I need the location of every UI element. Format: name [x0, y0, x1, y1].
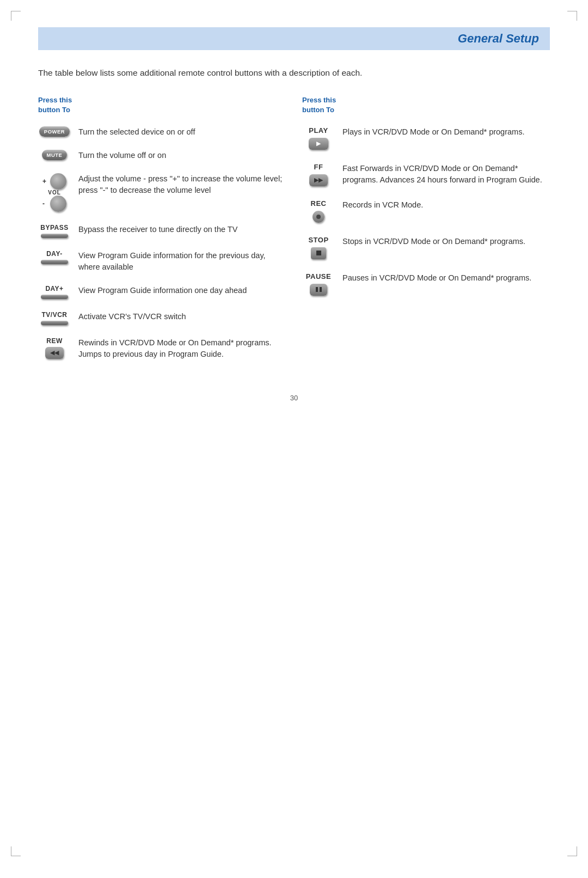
- btn-col-day-minus: DAY-: [38, 250, 71, 264]
- play-desc-col: Plays in VCR/DVD Mode or On Demand* prog…: [342, 126, 550, 138]
- columns-container: Press thisbutton To POWER Turn the selec…: [38, 95, 550, 371]
- pause-description: Pauses in VCR/DVD Mode or On Demand* pro…: [342, 273, 531, 282]
- mute-button[interactable]: MUTE: [42, 150, 68, 160]
- ff-description: Fast Forwards in VCR/DVD Mode or On Dema…: [342, 164, 542, 184]
- ff-desc-col: Fast Forwards in VCR/DVD Mode or On Dema…: [342, 163, 550, 186]
- rec-description: Records in VCR Mode.: [342, 200, 423, 209]
- tv-vcr-desc-col: Activate VCR's TV/VCR switch: [78, 311, 286, 322]
- day-plus-desc-col: View Program Guide information one day a…: [78, 285, 286, 296]
- right-column: Press thisbutton To PLAY ▶ Plays in VCR/…: [302, 95, 550, 371]
- bypass-desc-col: Bypass the receiver to tune directly on …: [78, 224, 286, 235]
- vol-minus-button[interactable]: [50, 196, 66, 212]
- intro-text: The table below lists some additional re…: [38, 66, 550, 79]
- rec-button[interactable]: [313, 211, 324, 223]
- vol-description: Adjust the volume - press "+" to increas…: [78, 174, 282, 194]
- rew-description: Rewinds in VCR/DVD Mode or On Demand* pr…: [78, 338, 272, 358]
- day-plus-button[interactable]: [41, 295, 68, 299]
- page-number: 30: [38, 394, 550, 402]
- rew-desc-col: Rewinds in VCR/DVD Mode or On Demand* pr…: [78, 337, 286, 360]
- btn-row-rec: REC Records in VCR Mode.: [302, 199, 550, 223]
- btn-col-rec: REC: [302, 199, 335, 223]
- day-minus-description: View Program Guide information for the p…: [78, 251, 266, 271]
- vol-container: + VOL -: [42, 173, 66, 212]
- btn-col-mute: MUTE: [38, 150, 71, 160]
- rew-label: REW: [46, 337, 63, 345]
- day-minus-desc-col: View Program Guide information for the p…: [78, 250, 286, 273]
- btn-row-play: PLAY ▶ Plays in VCR/DVD Mode or On Deman…: [302, 126, 550, 150]
- ff-label: FF: [314, 163, 323, 171]
- tv-vcr-button[interactable]: [41, 321, 68, 325]
- btn-row-ff: FF ▶▶ Fast Forwards in VCR/DVD Mode or O…: [302, 163, 550, 186]
- play-label: PLAY: [309, 126, 328, 135]
- btn-row-stop: STOP Stops in VCR/DVD Mode or On Demand*…: [302, 236, 550, 259]
- btn-col-tv-vcr: TV/VCR: [38, 311, 71, 325]
- ff-button[interactable]: ▶▶: [309, 174, 328, 186]
- corner-mark-tl: [11, 11, 21, 21]
- bypass-label: BYPASS: [40, 224, 68, 231]
- btn-col-stop: STOP: [302, 236, 335, 259]
- vol-plus-button[interactable]: [50, 173, 66, 190]
- btn-row-bypass: BYPASS Bypass the receiver to tune direc…: [38, 224, 286, 238]
- stop-description: Stops in VCR/DVD Mode or On Demand* prog…: [342, 237, 525, 246]
- btn-row-day-plus: DAY+ View Program Guide information one …: [38, 285, 286, 299]
- btn-col-play: PLAY ▶: [302, 126, 335, 150]
- tv-vcr-label: TV/VCR: [41, 311, 67, 319]
- bypass-button[interactable]: [41, 234, 68, 238]
- power-button[interactable]: POWER: [39, 126, 70, 137]
- right-col-header: Press thisbutton To: [302, 95, 550, 115]
- pause-bar-1-icon: [316, 287, 318, 292]
- btn-col-power: POWER: [38, 126, 71, 137]
- rec-label: REC: [311, 199, 327, 208]
- mute-desc-col: Turn the volume off or on: [78, 150, 286, 161]
- left-col-header: Press thisbutton To: [38, 95, 286, 115]
- rew-button[interactable]: ◀◀: [45, 347, 64, 359]
- corner-mark-tr: [567, 11, 577, 21]
- btn-col-ff: FF ▶▶: [302, 163, 335, 186]
- left-column: Press thisbutton To POWER Turn the selec…: [38, 95, 286, 371]
- corner-mark-br: [567, 846, 577, 856]
- btn-row-power: POWER Turn the selected device on or off: [38, 126, 286, 138]
- rec-dot-icon: [316, 215, 321, 219]
- rec-desc-col: Records in VCR Mode.: [342, 199, 550, 211]
- stop-label: STOP: [308, 236, 328, 244]
- btn-row-vol: + VOL - Adjust the volume - press "+" to…: [38, 173, 286, 212]
- btn-row-tv-vcr: TV/VCR Activate VCR's TV/VCR switch: [38, 311, 286, 325]
- bypass-description: Bypass the receiver to tune directly on …: [78, 225, 237, 234]
- btn-col-rew: REW ◀◀: [38, 337, 71, 359]
- day-minus-label: DAY-: [46, 250, 63, 258]
- pause-bar-2-icon: [320, 287, 322, 292]
- title-bar: General Setup: [38, 27, 550, 50]
- vol-label: VOL: [48, 190, 61, 196]
- power-desc-col: Turn the selected device on or off: [78, 126, 286, 138]
- mute-description: Turn the volume off or on: [78, 151, 166, 160]
- btn-col-pause: PAUSE: [302, 272, 335, 296]
- play-description: Plays in VCR/DVD Mode or On Demand* prog…: [342, 127, 524, 136]
- power-description: Turn the selected device on or off: [78, 127, 195, 136]
- tv-vcr-description: Activate VCR's TV/VCR switch: [78, 312, 186, 321]
- stop-button[interactable]: [311, 247, 326, 259]
- day-plus-label: DAY+: [45, 285, 63, 292]
- vol-minus-label: -: [42, 200, 49, 208]
- play-button[interactable]: ▶: [309, 138, 328, 150]
- btn-col-day-plus: DAY+: [38, 285, 71, 299]
- stop-square-icon: [316, 251, 321, 255]
- btn-row-day-minus: DAY- View Program Guide information for …: [38, 250, 286, 273]
- day-minus-button[interactable]: [41, 260, 68, 264]
- page-title: General Setup: [49, 32, 539, 46]
- corner-mark-bl: [11, 846, 21, 856]
- pause-desc-col: Pauses in VCR/DVD Mode or On Demand* pro…: [342, 272, 550, 284]
- vol-minus-row: -: [42, 196, 66, 212]
- btn-row-mute: MUTE Turn the volume off or on: [38, 150, 286, 161]
- vol-plus-label: +: [42, 178, 49, 185]
- btn-col-bypass: BYPASS: [38, 224, 71, 238]
- pause-label: PAUSE: [306, 272, 331, 281]
- btn-row-rew: REW ◀◀ Rewinds in VCR/DVD Mode or On Dem…: [38, 337, 286, 360]
- btn-row-pause: PAUSE Pauses in VCR/DVD Mode or On Deman…: [302, 272, 550, 296]
- page-content: General Setup The table below lists some…: [38, 27, 550, 402]
- btn-col-vol: + VOL -: [38, 173, 71, 212]
- vol-desc-col: Adjust the volume - press "+" to increas…: [78, 173, 286, 196]
- vol-plus-row: +: [42, 173, 66, 190]
- stop-desc-col: Stops in VCR/DVD Mode or On Demand* prog…: [342, 236, 550, 247]
- pause-button[interactable]: [310, 284, 327, 296]
- day-plus-description: View Program Guide information one day a…: [78, 286, 247, 295]
